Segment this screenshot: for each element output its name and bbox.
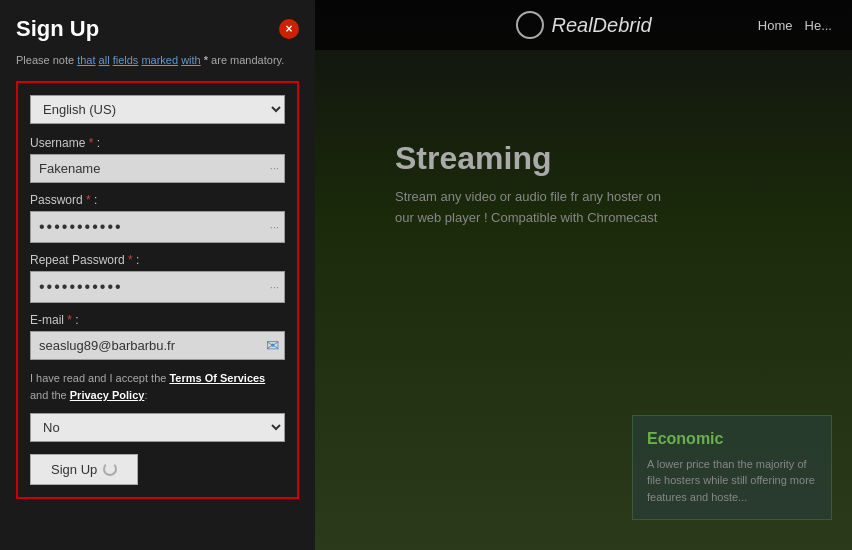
email-label: E-mail * : [30,313,285,327]
username-wrapper: ··· [30,154,285,183]
email-wrapper: ✉ [30,331,285,360]
note-that: that [77,54,95,66]
username-input[interactable] [30,154,285,183]
right-panel: RealDebrid Home He... Streaming Stream a… [315,0,852,550]
note-text: Please note that all fields marked with … [16,52,299,69]
signup-button-label: Sign Up [51,462,97,477]
content-area: Streaming Stream any video or audio file… [395,140,832,229]
terms-accept-select[interactable]: No Yes [30,413,285,442]
repeat-password-required: * [125,253,133,267]
terms-of-service-link[interactable]: Terms Of Services [169,372,265,384]
password-required: * [83,193,91,207]
repeat-password-label: Repeat Password * : [30,253,285,267]
password-input[interactable] [30,211,285,243]
email-input[interactable] [30,331,285,360]
header-row: Sign Up × [16,16,299,42]
close-button[interactable]: × [279,19,299,39]
signup-button[interactable]: Sign Up [30,454,138,485]
page-title: Sign Up [16,16,99,42]
economic-title: Economic [647,430,817,448]
economic-desc: A lower price than the majority of file … [647,456,817,506]
repeat-password-icon: ··· [270,281,279,293]
economic-box: Economic A lower price than the majority… [632,415,832,521]
password-icon: ··· [270,221,279,233]
nav-home-link[interactable]: Home [758,18,793,33]
username-label: Username * : [30,136,285,150]
repeat-password-wrapper: ··· [30,271,285,303]
logo-text: RealDebrid [551,14,651,37]
signup-panel: Sign Up × Please note that all fields ma… [0,0,315,550]
streaming-title: Streaming [395,140,832,177]
repeat-password-input[interactable] [30,271,285,303]
signup-form: English (US) French German Spanish Usern… [16,81,299,499]
logo-circle-icon [515,11,543,39]
email-icon: ✉ [266,336,279,355]
note-fields: fields [113,54,139,66]
nav-bar: RealDebrid Home He... [315,0,852,50]
note-with: with [181,54,201,66]
note-static: Please note [16,54,77,66]
nav-links: Home He... [758,18,832,33]
privacy-policy-link[interactable]: Privacy Policy [70,389,145,401]
streaming-desc: Stream any video or audio file fr any ho… [395,187,675,229]
nav-help-link[interactable]: He... [805,18,832,33]
logo-area: RealDebrid [515,11,651,39]
username-icon: ··· [270,162,279,174]
note-marked: marked [141,54,178,66]
terms-text: I have read and I accept the Terms Of Se… [30,370,285,405]
password-wrapper: ··· [30,211,285,243]
password-label: Password * : [30,193,285,207]
language-select[interactable]: English (US) French German Spanish [30,95,285,124]
note-all: all [99,54,110,66]
email-required: * [64,313,72,327]
note-end: are mandatory. [208,54,284,66]
spinner-icon [103,462,117,476]
